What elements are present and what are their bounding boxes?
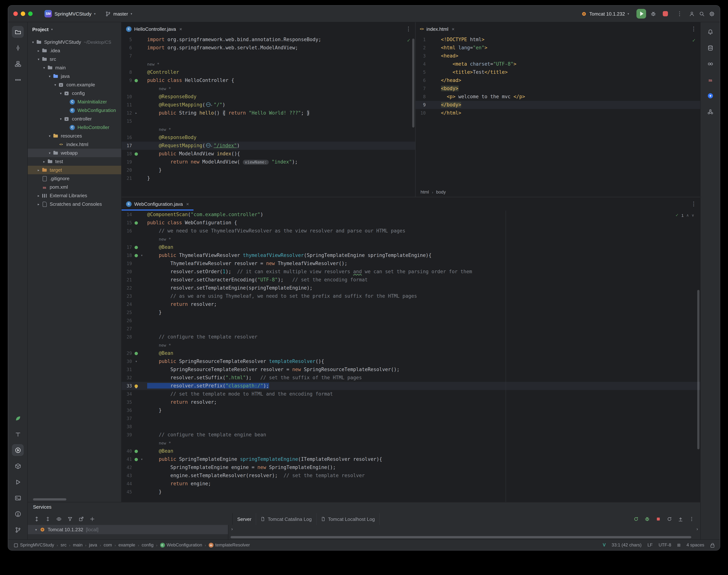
gutter[interactable]: 30	[122, 358, 147, 366]
code-line[interactable]: 29 @Bean	[122, 349, 700, 358]
gutter[interactable]: 14	[122, 210, 147, 219]
close-tab-icon[interactable]	[452, 26, 454, 32]
code-line[interactable]: 39 // configure the template engine bean	[122, 431, 700, 439]
line-number[interactable]: 5	[122, 36, 132, 44]
project-widget[interactable]: SM SpringMVCStudy ▾	[41, 8, 98, 19]
run-button[interactable]	[636, 9, 646, 19]
open-in-new-tab-icon[interactable]	[77, 515, 85, 523]
code-line[interactable]: 20 resolver.setOrder(1); // it can exist…	[122, 268, 700, 276]
code-line[interactable]: 8@Controller	[122, 68, 415, 76]
line-number[interactable]: 21	[122, 276, 132, 284]
code-line[interactable]: 9public class HelloController {	[122, 76, 415, 84]
code-line[interactable]: 7<body>	[415, 84, 700, 93]
chevron-right-icon[interactable]	[231, 527, 233, 532]
tree-item-webconfiguration[interactable]: WebConfiguration	[28, 106, 121, 114]
gutter[interactable]: 21	[122, 276, 147, 284]
tree-item-src[interactable]: src	[28, 55, 121, 63]
line-number[interactable]: 12	[122, 109, 132, 117]
chevron-down-icon[interactable]	[35, 528, 37, 532]
line-number[interactable]: 4	[415, 60, 426, 68]
spring-tool-window-icon[interactable]	[12, 412, 24, 424]
line-number[interactable]: 25	[122, 308, 132, 316]
code-line[interactable]: 9</body>	[415, 101, 700, 109]
notifications-icon[interactable]	[704, 26, 716, 38]
gutter[interactable]: 16	[122, 227, 147, 235]
line-number[interactable]: 33	[122, 382, 132, 390]
services-tool-window-icon[interactable]	[12, 444, 24, 456]
code-line[interactable]: 16 // we need to use ThymeleafViewResolv…	[122, 227, 700, 235]
code-line[interactable]: 40 @Bean	[122, 447, 700, 455]
chevron-down-icon[interactable]	[58, 91, 64, 95]
code-line[interactable]: 6</head>	[415, 76, 700, 84]
line-number[interactable]: 39	[122, 431, 132, 439]
gutter[interactable]: 20	[122, 166, 147, 174]
lock-icon[interactable]	[710, 543, 715, 547]
code-line[interactable]: 18 public ModelAndView index(){	[122, 150, 415, 158]
editor-options-icon[interactable]	[689, 201, 699, 207]
gutter[interactable]: 43	[122, 472, 147, 480]
tree-item-main[interactable]: main	[28, 63, 121, 72]
code-line[interactable]: 34 // set the template mode to HTML and …	[122, 390, 700, 398]
vertical-scrollbar[interactable]	[412, 39, 414, 128]
code-line[interactable]: new *	[122, 235, 700, 243]
code-line[interactable]: new *	[122, 341, 700, 349]
close-tab-icon[interactable]	[179, 26, 182, 32]
gutter[interactable]: 23	[122, 292, 147, 300]
line-number[interactable]: 19	[122, 260, 132, 268]
caret-position[interactable]: 33:1 (42 chars)	[612, 542, 642, 548]
code-with-me-icon[interactable]	[689, 11, 695, 16]
prev-problem-icon[interactable]: ∧	[686, 213, 689, 217]
more-tool-windows-icon[interactable]	[12, 74, 24, 86]
gutter[interactable]: 5	[415, 68, 441, 76]
tree-item-target[interactable]: target	[28, 166, 121, 174]
gutter[interactable]: 11	[122, 101, 147, 109]
line-number[interactable]: 45	[122, 488, 132, 496]
gutter[interactable]: 18	[122, 251, 147, 260]
line-number[interactable]: 8	[415, 93, 426, 101]
code-line[interactable]: 11 @RequestMapping(▾"/")	[122, 101, 415, 109]
tab-index-html[interactable]: index.html	[415, 22, 459, 36]
gutter[interactable]: 9	[415, 101, 441, 109]
code-line[interactable]: 42 SpringTemplateEngine engine = new Spr…	[122, 464, 700, 472]
line-number[interactable]: 18	[122, 251, 132, 260]
database-tool-window-icon[interactable]	[704, 42, 716, 54]
code-line[interactable]: 21 resolver.setCharacterEncoding("UTF-8"…	[122, 276, 700, 284]
view-options-icon[interactable]	[55, 515, 63, 523]
gutter[interactable]	[122, 235, 147, 243]
code-line[interactable]: 16 @ResponseBody	[122, 133, 415, 142]
code-editor[interactable]: 14@ComponentScan("com.example.controller…	[122, 210, 700, 502]
add-service-icon[interactable]	[88, 515, 97, 523]
problems-tool-window-icon[interactable]	[12, 508, 24, 520]
maven-tool-window-icon[interactable]: m	[704, 74, 716, 86]
spring-bean-icon[interactable]	[134, 245, 139, 250]
line-number[interactable]: 31	[122, 366, 132, 374]
inspections-ok-icon[interactable]	[407, 38, 411, 43]
gutter[interactable]: 31	[122, 366, 147, 374]
services-tab-tomcat-catalina-log[interactable]: Tomcat Catalina Log	[256, 513, 317, 525]
status-breadcrumb-main[interactable]: main	[73, 542, 82, 548]
commit-tool-window-icon[interactable]	[12, 42, 24, 54]
inspections-widget[interactable]: 1 ∧ ∨	[675, 213, 694, 217]
gutter[interactable]: 3	[415, 52, 441, 60]
code-line[interactable]: 10 @ResponseBody	[122, 93, 415, 101]
chevron-down-icon[interactable]	[36, 57, 41, 61]
tree-item-java[interactable]: java	[28, 72, 121, 80]
chevron-down-icon[interactable]	[47, 134, 53, 138]
spring-bean-icon[interactable]	[134, 351, 139, 356]
line-number[interactable]: 10	[415, 109, 426, 117]
gutter[interactable]: 4	[415, 60, 441, 68]
line-number[interactable]: 16	[122, 133, 132, 142]
tree-item--gitignore[interactable]: .gitignore	[28, 174, 121, 183]
dependencies-tool-window-icon[interactable]	[704, 106, 716, 117]
build-tool-window-icon[interactable]	[12, 460, 24, 472]
tomcat-service-row[interactable]: Tomcat 10.1.232 [local]	[28, 525, 228, 534]
code-line[interactable]: 8 <p> welcome to the mvc </p>	[415, 93, 700, 101]
tree-item-com-example[interactable]: com.example	[28, 80, 121, 89]
structure-tool-window-icon[interactable]	[12, 58, 24, 70]
chevron-down-icon[interactable]	[52, 83, 58, 87]
code-line[interactable]: 45 }	[122, 488, 700, 496]
gutter[interactable]: 6	[122, 44, 147, 52]
line-number[interactable]: 9	[122, 76, 132, 84]
vim-mode-indicator[interactable]: V	[603, 542, 606, 548]
fold-expanded-icon[interactable]	[139, 253, 144, 258]
